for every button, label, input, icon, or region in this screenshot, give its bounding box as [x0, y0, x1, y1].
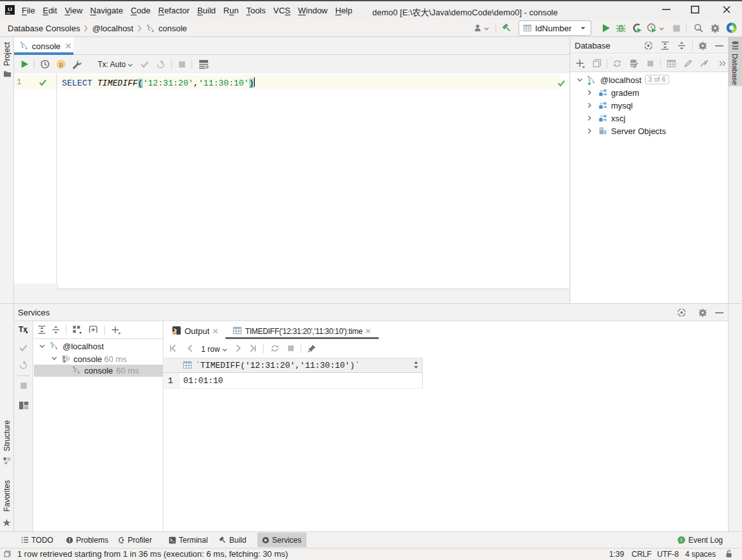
svg-text:p: p [59, 61, 63, 68]
svg-text:1: 1 [680, 537, 683, 543]
